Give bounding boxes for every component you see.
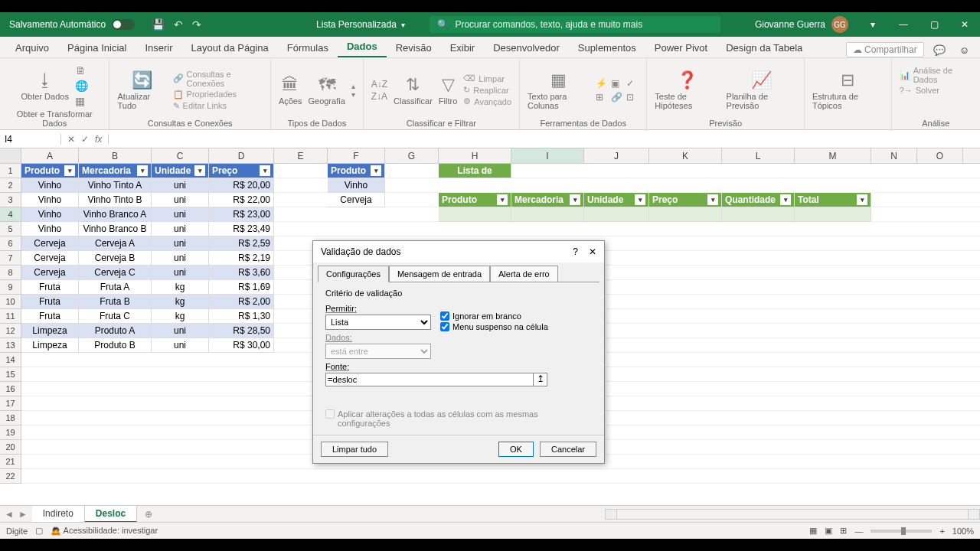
- prev-sheet-icon[interactable]: ◄: [5, 509, 14, 520]
- cell[interactable]: kg: [152, 295, 209, 309]
- cell[interactable]: Cerveja: [21, 266, 79, 280]
- row-header[interactable]: 7: [0, 251, 21, 266]
- cell[interactable]: uni: [152, 338, 209, 353]
- cell[interactable]: Vinho: [21, 193, 79, 207]
- row-header[interactable]: 8: [0, 266, 21, 280]
- tab-página-inicial[interactable]: Página Inicial: [58, 38, 136, 57]
- row-header[interactable]: 12: [0, 324, 21, 338]
- cell[interactable]: [511, 207, 584, 222]
- cell[interactable]: Produto B: [79, 338, 152, 353]
- tab-inserir[interactable]: Inserir: [136, 38, 181, 57]
- column-header[interactable]: N: [871, 148, 917, 163]
- macro-icon[interactable]: ▢: [35, 526, 43, 536]
- ribbon-options-icon[interactable]: ▾: [858, 12, 888, 37]
- solver-button[interactable]: ?→Solver: [900, 86, 972, 95]
- horizontal-scrollbar[interactable]: [605, 509, 980, 520]
- comments-icon[interactable]: 💬: [929, 44, 950, 56]
- cell[interactable]: Vinho: [328, 178, 385, 193]
- row-header[interactable]: 9: [0, 280, 21, 295]
- cell[interactable]: [795, 207, 871, 222]
- tab-power-pivot[interactable]: Power Pivot: [645, 38, 717, 57]
- clear-all-button[interactable]: Limpar tudo: [321, 442, 388, 457]
- cell[interactable]: R$ 23,49: [209, 222, 274, 236]
- column-header[interactable]: E: [274, 148, 328, 163]
- sort-asc-icon[interactable]: A↓Z: [371, 79, 387, 90]
- cell[interactable]: uni: [152, 222, 209, 236]
- cell[interactable]: uni: [152, 193, 209, 207]
- column-header[interactable]: K: [649, 148, 722, 163]
- filter-dropdown-icon[interactable]: ▾: [857, 194, 867, 205]
- filter-dropdown-icon[interactable]: ▾: [137, 165, 148, 176]
- view-layout-icon[interactable]: ▣: [825, 526, 832, 536]
- cell[interactable]: [649, 207, 722, 222]
- table-header[interactable]: Unidade▾: [152, 164, 209, 178]
- cell[interactable]: uni: [152, 266, 209, 280]
- row-header[interactable]: 2: [0, 178, 21, 193]
- filter-dropdown-icon[interactable]: ▾: [64, 165, 75, 176]
- search-box[interactable]: 🔍 Procurar comandos, texto, ajuda e muit…: [430, 16, 720, 33]
- cell[interactable]: Produto A: [79, 324, 152, 338]
- flash-fill-icon[interactable]: ⚡: [596, 78, 608, 89]
- dialog-tab[interactable]: Configurações: [318, 266, 389, 282]
- cell[interactable]: Cerveja C: [79, 266, 152, 280]
- table-header[interactable]: Produto▾: [439, 193, 511, 207]
- tab-revisão[interactable]: Revisão: [387, 38, 441, 57]
- zoom-level[interactable]: 100%: [952, 527, 974, 536]
- cell[interactable]: R$ 2,19: [209, 251, 274, 266]
- column-header[interactable]: H: [439, 148, 511, 163]
- row-header[interactable]: 13: [0, 338, 21, 353]
- table-header[interactable]: Mercadoria▾: [79, 164, 152, 178]
- row-header[interactable]: 20: [0, 440, 21, 455]
- account-icon[interactable]: ☺: [955, 44, 974, 56]
- row-header[interactable]: 5: [0, 222, 21, 236]
- cell[interactable]: Cerveja B: [79, 251, 152, 266]
- column-header[interactable]: B: [79, 148, 152, 163]
- relationships-icon[interactable]: 🔗: [611, 92, 623, 103]
- data-model-icon[interactable]: ⊡: [626, 92, 639, 103]
- cell[interactable]: [722, 207, 795, 222]
- filter-dropdown-icon[interactable]: ▾: [570, 194, 580, 205]
- remove-dup-icon[interactable]: ▣: [611, 78, 623, 89]
- help-icon[interactable]: ?: [573, 246, 578, 257]
- cell[interactable]: uni: [152, 236, 209, 251]
- cell[interactable]: Fruta: [21, 295, 79, 309]
- view-break-icon[interactable]: ⊞: [840, 526, 847, 536]
- autosave-toggle[interactable]: [112, 19, 135, 30]
- sheet-tab[interactable]: Desloc: [85, 506, 137, 523]
- select-all-button[interactable]: [0, 148, 21, 163]
- filter-dropdown-icon[interactable]: ▾: [194, 165, 205, 176]
- column-header[interactable]: G: [385, 148, 439, 163]
- zoom-in-icon[interactable]: +: [939, 527, 944, 536]
- cell[interactable]: Fruta: [21, 309, 79, 324]
- dropdown-checkbox[interactable]: Menu suspenso na célula: [440, 322, 548, 331]
- row-header[interactable]: 1: [0, 164, 21, 178]
- refresh-all-button[interactable]: 🔄Atualizar Tudo: [117, 70, 166, 110]
- sheet-tab[interactable]: Indireto: [32, 506, 85, 523]
- minimize-button[interactable]: ―: [888, 12, 919, 37]
- filter-dropdown-icon[interactable]: ▾: [497, 194, 508, 205]
- geography-button[interactable]: 🗺Geografia: [308, 75, 345, 106]
- table-header[interactable]: Produto▾: [21, 164, 79, 178]
- outline-button[interactable]: ⊟Estrutura de Tópicos: [812, 70, 884, 110]
- avatar[interactable]: GG: [831, 16, 848, 33]
- ignore-blank-checkbox[interactable]: Ignorar em branco: [440, 311, 548, 321]
- cell[interactable]: R$ 1,30: [209, 309, 274, 324]
- row-header[interactable]: 17: [0, 396, 21, 411]
- clear-filter-button[interactable]: ⌫Limpar: [463, 73, 511, 83]
- tab-desenvolvedor[interactable]: Desenvolvedor: [484, 38, 569, 57]
- redo-icon[interactable]: ↷: [192, 18, 201, 31]
- cell[interactable]: Cerveja: [21, 251, 79, 266]
- cell[interactable]: R$ 20,00: [209, 178, 274, 193]
- close-button[interactable]: ✕: [949, 12, 980, 37]
- row-header[interactable]: 11: [0, 309, 21, 324]
- text-to-columns-button[interactable]: ▦Texto para Colunas: [528, 70, 590, 110]
- cell[interactable]: Vinho: [21, 222, 79, 236]
- add-sheet-button[interactable]: ⊕: [137, 509, 160, 520]
- tab-dados[interactable]: Dados: [338, 37, 387, 57]
- zoom-slider[interactable]: [871, 530, 932, 533]
- row-header[interactable]: 22: [0, 469, 21, 484]
- row-header[interactable]: 15: [0, 367, 21, 382]
- cell[interactable]: [439, 207, 511, 222]
- ok-button[interactable]: OK: [498, 442, 534, 457]
- edit-links-button[interactable]: ✎Editar Links: [173, 101, 263, 111]
